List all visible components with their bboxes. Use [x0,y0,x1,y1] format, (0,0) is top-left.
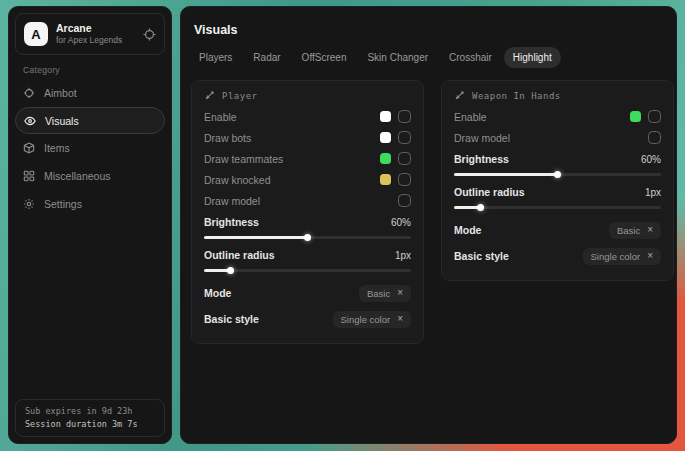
setting-label: Draw bots [204,132,251,144]
sidebar-nav: Aimbot Visuals Items M [9,79,171,218]
app-subtitle: for Apex Legends [56,35,135,46]
mode-tag[interactable]: Basic × [609,222,661,239]
sidebar-item-label: Miscellaneous [44,170,111,182]
setting-label: Mode [204,287,231,299]
session-duration-text: Session duration 3m 7s [25,418,155,431]
color-swatch[interactable] [380,174,391,185]
scan-icon[interactable] [143,28,156,41]
checkbox[interactable] [398,110,411,123]
remove-tag-icon[interactable]: × [647,225,653,235]
sidebar-item-visuals[interactable]: Visuals [15,107,165,134]
slider-thumb[interactable] [477,204,484,211]
slider-value: 60% [641,154,661,165]
slider-value: 1px [645,187,661,198]
sidebar-item-aimbot[interactable]: Aimbot [9,79,171,107]
weapon-icon [204,90,215,101]
setting-row-draw-teammates: Draw teammates [204,148,411,169]
setting-label: Basic style [454,250,509,262]
checkbox[interactable] [648,110,661,123]
color-swatch[interactable] [380,111,391,122]
setting-label: Brightness [454,153,509,165]
slider-thumb[interactable] [554,171,561,178]
mode-tag[interactable]: Basic × [359,285,411,302]
tab-offscreen[interactable]: OffScreen [293,47,356,68]
weapon-icon [454,90,465,101]
color-swatch[interactable] [630,111,641,122]
setting-row-mode: Mode Basic × [204,280,411,306]
grid-icon [23,170,35,182]
checkbox[interactable] [398,194,411,207]
checkbox[interactable] [398,152,411,165]
app-logo: A [24,22,48,46]
slider-value: 60% [391,217,411,228]
setting-label: Enable [204,111,237,123]
checkbox[interactable] [398,131,411,144]
checkbox[interactable] [648,131,661,144]
setting-row-enable: Enable [454,106,661,127]
setting-row-draw-bots: Draw bots [204,127,411,148]
sidebar-item-miscellaneous[interactable]: Miscellaneous [9,162,171,190]
setting-row-brightness: Brightness 60% [204,214,411,239]
setting-row-basic-style: Basic style Single color × [454,243,661,269]
basic-style-tag[interactable]: Single color × [333,311,411,328]
tag-label: Single color [341,314,391,325]
sidebar-item-label: Settings [44,198,82,210]
setting-row-draw-model: Draw model [204,190,411,211]
setting-label: Draw teammates [204,153,283,165]
slider-value: 1px [395,250,411,261]
setting-label: Brightness [204,216,259,228]
cube-icon [23,142,35,154]
remove-tag-icon[interactable]: × [397,314,403,324]
setting-row-outline-radius: Outline radius 1px [454,184,661,209]
tab-bar: Players Radar OffScreen Skin Changer Cro… [190,47,676,68]
sidebar-item-settings[interactable]: Settings [9,190,171,218]
color-swatch[interactable] [380,153,391,164]
setting-row-draw-knocked: Draw knocked [204,169,411,190]
crosshair-icon [23,87,35,99]
tab-crosshair[interactable]: Crosshair [440,47,501,68]
brightness-slider[interactable] [204,236,411,239]
tab-radar[interactable]: Radar [244,47,289,68]
sub-expiry-text: Sub expires in 9d 23h [25,405,155,418]
tag-label: Basic [617,225,640,236]
player-panel: Player Enable Draw bots Draw teammates [191,80,424,344]
basic-style-tag[interactable]: Single color × [583,248,661,265]
panel-title: Weapon In Hands [472,91,561,101]
setting-label: Outline radius [454,186,525,198]
subscription-info: Sub expires in 9d 23h Session duration 3… [15,399,165,437]
remove-tag-icon[interactable]: × [647,251,653,261]
tab-skin-changer[interactable]: Skin Changer [358,47,437,68]
tab-players[interactable]: Players [190,47,241,68]
panel-title: Player [222,91,258,101]
checkbox[interactable] [398,173,411,186]
sidebar-item-items[interactable]: Items [9,134,171,162]
tag-label: Single color [591,251,641,262]
tab-highlight[interactable]: Highlight [504,47,561,68]
outline-radius-slider[interactable] [204,269,411,272]
color-swatch[interactable] [380,132,391,143]
outline-radius-slider[interactable] [454,206,661,209]
slider-thumb[interactable] [304,234,311,241]
setting-row-enable: Enable [204,106,411,127]
sidebar-item-label: Visuals [45,115,79,127]
setting-label: Draw model [204,195,260,207]
setting-label: Outline radius [204,249,275,261]
setting-row-draw-model: Draw model [454,127,661,148]
setting-row-outline-radius: Outline radius 1px [204,247,411,272]
tag-label: Basic [367,288,390,299]
setting-row-brightness: Brightness 60% [454,151,661,176]
setting-label: Mode [454,224,481,236]
slider-thumb[interactable] [227,267,234,274]
app-header: A Arcane for Apex Legends [15,13,165,55]
remove-tag-icon[interactable]: × [397,288,403,298]
brightness-slider[interactable] [454,173,661,176]
setting-label: Enable [454,111,487,123]
sidebar: A Arcane for Apex Legends Category Aimbo… [8,6,172,444]
gear-icon [23,198,35,210]
sidebar-item-label: Aimbot [44,87,77,99]
setting-row-mode: Mode Basic × [454,217,661,243]
sidebar-item-label: Items [44,142,70,154]
app-name: Arcane [56,22,135,35]
page-title: Visuals [194,23,676,37]
main-panel: Visuals Players Radar OffScreen Skin Cha… [180,6,677,444]
